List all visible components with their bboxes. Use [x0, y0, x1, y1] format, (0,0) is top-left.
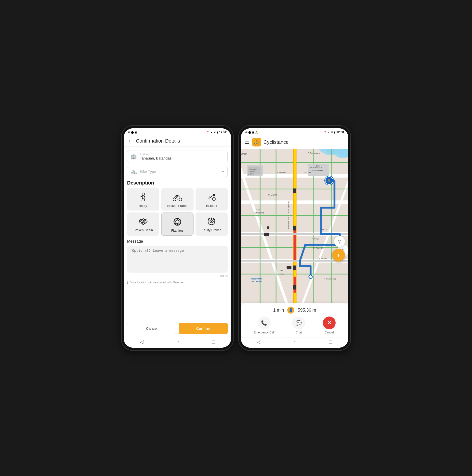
confirm-button[interactable]: Confirm — [179, 323, 228, 334]
menu-button[interactable]: ☰ — [245, 139, 250, 145]
avatar-person-icon: 👤 — [289, 308, 293, 312]
home-nav-button[interactable]: ○ — [176, 339, 179, 345]
app-name: Cyclistance — [264, 139, 288, 145]
action-buttons: 📞 Emergency Call 💬 Chat ✕ Cancel — [245, 317, 344, 334]
svg-point-0 — [142, 193, 145, 195]
dropdown-arrow-icon: ▾ — [222, 169, 224, 174]
svg-line-5 — [144, 199, 145, 201]
locate-button[interactable]: ◎ — [334, 236, 345, 247]
svg-rect-70 — [293, 188, 296, 193]
svg-point-8 — [179, 198, 182, 201]
page-title: Confirmation Details — [136, 138, 180, 144]
svg-text:Garcia: Garcia — [321, 228, 327, 231]
phone-2: ✉ ⬤ ▣ 🚴 📍 ▲ ✕ ▮ 12:58 ☰ 🚴 Cyclistance — [238, 125, 351, 351]
bike-content: Bike Type — [140, 169, 156, 174]
address-label: Address — [140, 153, 171, 156]
cancel-trip-button[interactable]: ✕ Cancel — [323, 317, 336, 334]
svg-rect-74 — [264, 233, 269, 236]
desc-item-incident[interactable]: Incident — [196, 188, 228, 210]
svg-rect-71 — [293, 226, 296, 230]
trip-avatar: 👤 — [287, 307, 294, 314]
status-left-2: ✉ ⬤ ▣ 🚴 — [245, 131, 258, 134]
nav-bar-1: ◁ ○ □ — [124, 337, 231, 348]
svg-rect-75 — [287, 266, 291, 269]
desc-item-flat-tires[interactable]: Flat tires — [161, 212, 193, 236]
address-value: Tanauan, Batangas — [140, 156, 171, 160]
svg-point-21 — [140, 220, 142, 222]
back-nav-icon: ◁ — [140, 339, 144, 345]
svg-rect-73 — [293, 285, 296, 289]
add-button[interactable]: + — [332, 249, 345, 262]
cancel-label: Cancel — [324, 331, 334, 334]
desc-item-broken-chain[interactable]: Broken Chain — [127, 212, 159, 236]
chat-button[interactable]: 💬 Chat — [292, 317, 305, 334]
chat-icon: 💬 — [296, 320, 302, 326]
injury-icon — [138, 192, 148, 202]
emergency-call-circle: 📞 — [258, 317, 270, 329]
emergency-call-label: Emergency Call — [254, 331, 274, 334]
map-container: Batangas District g Office Tanauan North… — [241, 149, 348, 303]
faulty-brakes-icon — [206, 216, 216, 226]
circle-icon: ⬤ — [131, 131, 134, 134]
svg-text:P. Carandang: P. Carandang — [324, 278, 336, 280]
incident-icon — [206, 192, 216, 202]
message-input[interactable] — [127, 246, 228, 272]
location-notice: ℹ Your location will be shared with Resc… — [127, 280, 228, 284]
back-nav-button-2[interactable]: ◁ — [257, 339, 261, 345]
svg-point-102 — [309, 275, 312, 278]
broken-chain-label: Broken Chain — [134, 228, 153, 232]
desc-item-injury[interactable]: Injury — [127, 188, 159, 210]
svg-text:Pagaspas: Pagaspas — [277, 171, 286, 173]
svg-point-45 — [211, 221, 212, 222]
sim-icon: ▣ — [252, 131, 254, 134]
address-field[interactable]: 🏢 Address Tanauan, Batangas — [127, 150, 228, 163]
trip-time: 1 min — [273, 308, 284, 313]
map-bottom-panel: 1 min 👤 595.36 m 📞 Emergency Call — [241, 303, 348, 337]
recents-nav-icon: □ — [212, 339, 215, 345]
svg-text:District: District — [250, 170, 255, 173]
app-logo: 🚴 — [252, 138, 261, 147]
cancel-button[interactable]: Cancel — [127, 323, 176, 334]
app-logo-icon: 🚴 — [254, 139, 259, 145]
recents-nav-button[interactable]: □ — [212, 339, 215, 345]
char-count: 0/110 — [127, 274, 228, 278]
app1-footer: Cancel Confirm — [124, 320, 231, 337]
svg-line-44 — [213, 219, 214, 220]
app1-header: ← Confirmation Details — [124, 135, 231, 147]
svg-text:Compound: Compound — [253, 211, 264, 214]
svg-text:N. Garcia: N. Garcia — [268, 194, 277, 196]
info-icon: ℹ — [127, 280, 128, 284]
emergency-call-button[interactable]: 📞 Emergency Call — [254, 317, 274, 334]
svg-text:A. Mabin: A. Mabin — [319, 257, 327, 260]
phone-icon: 📞 — [261, 320, 267, 326]
recents-nav-button-2[interactable]: □ — [329, 339, 332, 345]
broken-frame-icon — [172, 192, 182, 202]
home-nav-button-2[interactable]: ○ — [293, 339, 297, 345]
building-icon: 🏢 — [131, 153, 137, 159]
message-title: Message — [127, 239, 228, 244]
svg-rect-6 — [141, 196, 142, 197]
svg-point-7 — [173, 198, 176, 201]
svg-text:J.Gonzales: J.Gonzales — [308, 152, 320, 154]
svg-text:s Street: s Street — [241, 152, 247, 155]
bike-type-field[interactable]: 🚲 Bike Type ▾ — [127, 166, 228, 177]
battery-icon: ▮ — [217, 131, 218, 134]
files-icon: ▣ — [135, 131, 137, 134]
map-svg: Batangas District g Office Tanauan North… — [241, 149, 348, 303]
desc-item-faulty-brakes[interactable]: Faulty Brakes — [196, 212, 228, 236]
message-section: Message 0/110 — [127, 239, 228, 278]
cancel-circle: ✕ — [323, 317, 336, 329]
status-right-2: 📍 ▲ ✕ ▮ 12:58 — [324, 131, 344, 134]
desc-item-broken-frame[interactable]: Broken Frame — [161, 188, 193, 210]
svg-text:g Office: g Office — [248, 173, 255, 175]
svg-text:🚴: 🚴 — [327, 178, 331, 183]
svg-rect-72 — [293, 266, 296, 270]
svg-text:Central School: Central School — [311, 169, 323, 171]
back-nav-button[interactable]: ◁ — [140, 339, 144, 345]
svg-rect-1 — [142, 195, 144, 199]
svg-line-36 — [175, 219, 176, 221]
svg-point-16 — [213, 194, 215, 196]
faulty-brakes-label: Faulty Brakes — [202, 228, 221, 232]
back-button[interactable]: ← — [128, 138, 133, 144]
svg-rect-85 — [317, 165, 318, 168]
